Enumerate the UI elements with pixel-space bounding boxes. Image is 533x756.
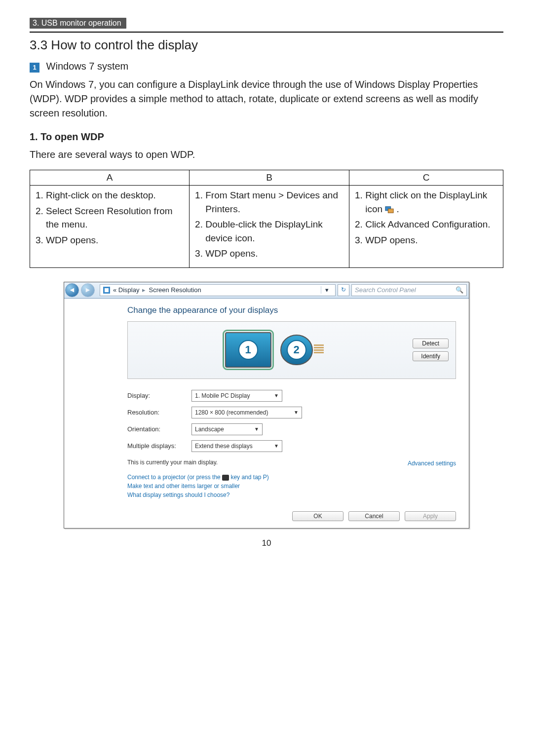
displaylink-tray-icon	[385, 206, 394, 214]
substep-label: Windows 7 system	[46, 61, 129, 72]
resolution-label: Resolution:	[127, 409, 191, 416]
col-c-cell: Right click on the DisplayLink icon . Cl…	[349, 186, 503, 268]
apply-button[interactable]: Apply	[405, 511, 456, 521]
wdp-window: ◄ ► « Display ▸ Screen Resolution ▾ ↻ Se…	[64, 282, 469, 529]
display-preview[interactable]: 1 2 Detect Identify	[127, 321, 456, 379]
chevron-down-icon: ▼	[294, 410, 299, 415]
control-panel-icon	[103, 287, 110, 294]
projector-link[interactable]: Connect to a projector (or press the key…	[127, 474, 456, 481]
wdp-main: Change the appearance of your displays 1…	[118, 299, 469, 528]
col-header-a: A	[30, 170, 190, 186]
list-item: WDP opens.	[365, 233, 498, 247]
section-title: 3.3 How to control the display	[30, 38, 503, 53]
section-tab: 3. USB monitor operation	[30, 18, 126, 29]
orientation-select[interactable]: Landscape▼	[191, 423, 263, 435]
substep: 1 Windows 7 system	[30, 61, 503, 73]
list-item: Right click on the DisplayLink icon .	[365, 189, 498, 216]
step-intro: There are several ways to open WDP.	[30, 148, 503, 162]
search-icon: 🔍	[456, 286, 463, 294]
document-page: 3. USB monitor operation 3.3 How to cont…	[0, 0, 533, 560]
display-value: 1. Mobile PC Display	[195, 392, 250, 399]
resolution-select[interactable]: 1280 × 800 (recommended)▼	[191, 407, 302, 418]
breadcrumb-part: Screen Resolution	[149, 286, 201, 294]
page-number: 10	[30, 538, 503, 548]
display-label: Display:	[127, 392, 191, 399]
advanced-settings-link[interactable]: Advanced settings	[408, 460, 456, 467]
step-heading: 1. To open WDP	[30, 131, 503, 143]
chevron-down-icon: ▼	[254, 426, 259, 432]
help-link[interactable]: What display settings should I choose?	[127, 491, 456, 498]
col-header-c: C	[349, 170, 503, 186]
display-select[interactable]: 1. Mobile PC Display▼	[191, 390, 282, 402]
breadcrumb-separator-icon: ▸	[142, 286, 146, 294]
col-b-cell: From Start menu > Devices and Printers. …	[190, 186, 349, 268]
cancel-button[interactable]: Cancel	[348, 511, 400, 521]
link-text: Connect to a projector (or press the	[127, 474, 222, 481]
breadcrumb-part: « Display	[113, 286, 139, 294]
list-item: Right-click on the desktop.	[46, 189, 184, 202]
link-text: key and tap P)	[229, 474, 269, 481]
list-item: Double-click the DisplayLink device icon…	[205, 218, 344, 245]
list-item: Select Screen Resolution from the menu.	[46, 204, 184, 231]
text-size-link[interactable]: Make text and other items larger or smal…	[127, 483, 456, 490]
orientation-value: Landscape	[195, 426, 224, 433]
col-header-b: B	[190, 170, 349, 186]
monitor-number: 2	[287, 340, 306, 360]
breadcrumb-dropdown-icon[interactable]: ▾	[321, 286, 332, 294]
col-a-cell: Right-click on the desktop. Select Scree…	[30, 186, 190, 268]
search-placeholder: Search Control Panel	[355, 286, 416, 294]
nav-forward-button[interactable]: ►	[81, 283, 95, 297]
wdp-titlebar: ◄ ► « Display ▸ Screen Resolution ▾ ↻ Se…	[64, 282, 469, 299]
orientation-label: Orientation:	[127, 425, 191, 433]
svg-rect-1	[388, 209, 394, 213]
ok-button[interactable]: OK	[292, 511, 343, 521]
intro-paragraph: On Windows 7, you can configure a Displa…	[30, 77, 503, 120]
divider-line	[30, 32, 503, 33]
multiple-displays-label: Multiple displays:	[127, 442, 191, 450]
chevron-down-icon: ▼	[274, 443, 279, 449]
nav-back-button[interactable]: ◄	[65, 283, 79, 297]
step-badge-icon: 1	[30, 63, 39, 73]
wdp-heading: Change the appearance of your displays	[127, 305, 456, 315]
breadcrumb[interactable]: « Display ▸ Screen Resolution ▾	[100, 284, 336, 296]
monitor-decoration	[314, 344, 324, 353]
list-item: From Start menu > Devices and Printers.	[205, 189, 344, 216]
list-item: WDP opens.	[205, 247, 344, 261]
methods-table: A B C Right-click on the desktop. Select…	[30, 170, 503, 268]
main-display-note: This is currently your main display.	[127, 459, 218, 466]
svg-rect-3	[105, 288, 109, 292]
list-item: Click Advanced Configuration.	[365, 218, 498, 231]
multiple-displays-value: Extend these displays	[195, 443, 253, 450]
wdp-sidebar	[64, 299, 118, 528]
detect-button[interactable]: Detect	[413, 339, 449, 348]
chevron-down-icon: ▼	[274, 393, 279, 398]
monitor-number: 1	[238, 340, 258, 360]
identify-button[interactable]: Identify	[413, 351, 449, 361]
monitor-1[interactable]: 1	[225, 332, 271, 368]
resolution-value: 1280 × 800 (recommended)	[195, 409, 268, 416]
windows-key-icon	[222, 475, 229, 481]
search-input[interactable]: Search Control Panel 🔍	[351, 284, 467, 296]
list-item: WDP opens.	[46, 233, 184, 247]
multiple-displays-select[interactable]: Extend these displays▼	[191, 440, 282, 452]
monitor-2[interactable]: 2	[280, 335, 313, 365]
refresh-button[interactable]: ↻	[338, 284, 349, 296]
